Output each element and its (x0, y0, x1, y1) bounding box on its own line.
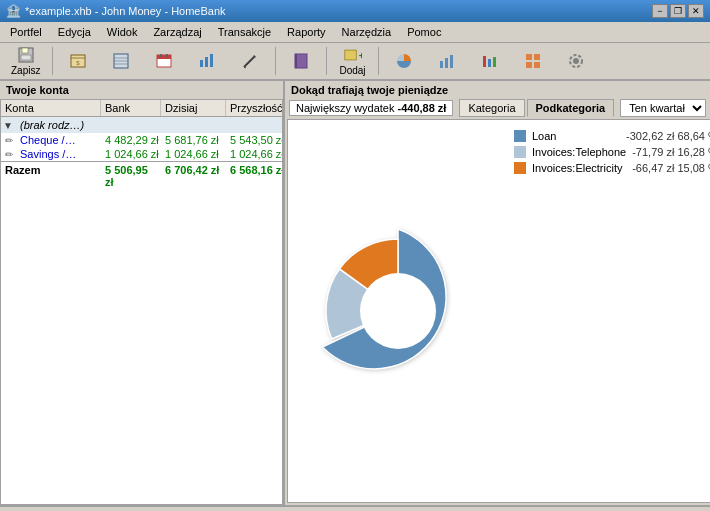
legend-color-telephone (514, 146, 526, 158)
largest-expense-value: -440,88 zł (397, 102, 446, 114)
menu-edycja[interactable]: Edycja (52, 24, 97, 40)
bottom-section: Zaplanowane transakcje Ostateczny termin… (0, 505, 710, 511)
svg-rect-12 (160, 54, 162, 57)
close-button[interactable]: ✕ (688, 4, 704, 18)
savings-today: 1 024,66 zł (161, 147, 226, 161)
calendar-icon (155, 52, 173, 70)
accounts-table: Konta Bank Dzisiaj Przyszłość ▼ (brak ro… (0, 99, 283, 505)
toolbar-btn-4[interactable] (144, 45, 184, 77)
chart-controls: Największy wydatek -440,88 zł Kategoria … (285, 99, 710, 119)
save-button[interactable]: Zapisz (4, 45, 47, 77)
svg-rect-33 (534, 62, 540, 68)
toolbar-settings-btn[interactable] (556, 45, 596, 77)
savings-bank: 1 024,66 zł (101, 147, 161, 161)
svg-rect-30 (526, 54, 532, 60)
savings-edit-icon[interactable]: ✏ (1, 148, 16, 161)
svg-rect-11 (157, 55, 171, 59)
save-icon (17, 46, 35, 64)
accounts-title: Twoje konta (0, 81, 283, 99)
toolbar-separator-1 (52, 47, 53, 75)
col-bank: Bank (101, 100, 161, 116)
add-icon: + (344, 46, 362, 64)
grid-icon (524, 52, 542, 70)
chart-tabs: Kategoria Podkategoria (459, 99, 614, 117)
legend-label-telephone: Invoices:Telephone (532, 146, 626, 158)
total-future: 6 568,16 zł (226, 162, 283, 190)
legend-label-loan: Loan (532, 130, 620, 142)
group-name: (brak rodz…) (16, 117, 283, 133)
svg-rect-28 (488, 59, 491, 67)
account-row-savings: ✏ Savings /… 1 024,66 zł 1 024,66 zł 1 0… (1, 147, 282, 161)
menu-transakcje[interactable]: Transakcje (212, 24, 277, 40)
toolbar-grid-btn[interactable] (513, 45, 553, 77)
pie-icon (395, 52, 413, 70)
col-dzisiaj: Dzisiaj (161, 100, 226, 116)
window-title: *example.xhb - John Money - HomeBank (25, 5, 226, 17)
gear-icon (567, 52, 585, 70)
toolbar-separator-3 (326, 47, 327, 75)
donut-chart (308, 211, 488, 411)
svg-rect-25 (445, 58, 448, 68)
svg-rect-27 (483, 56, 486, 67)
toolbar-btn-3[interactable] (101, 45, 141, 77)
group-collapse-icon[interactable]: ▼ (1, 118, 16, 133)
menu-narzedzia[interactable]: Narzędzia (336, 24, 398, 40)
chart-header: Dokąd trafiają twoje pieniądze (285, 81, 710, 99)
tab-kategoria[interactable]: Kategoria (459, 99, 524, 117)
svg-rect-13 (166, 54, 168, 57)
svg-point-34 (573, 58, 579, 64)
legend-electricity: Invoices:Electricity -66,47 zł 15,08 % (514, 162, 710, 174)
savings-name[interactable]: Savings /… (16, 147, 101, 161)
account-group: ▼ (brak rodz…) (1, 117, 282, 133)
legend-label-electricity: Invoices:Electricity (532, 162, 626, 174)
period-select[interactable]: Ten kwartał (620, 99, 706, 117)
largest-expense-label: Największy wydatek -440,88 zł (289, 100, 453, 116)
bottom-header: Zaplanowane transakcje Ostateczny termin… (0, 507, 710, 511)
toolbar-btn-2[interactable]: $ (58, 45, 98, 77)
menu-portfel[interactable]: Portfel (4, 24, 48, 40)
svg-rect-2 (21, 55, 31, 60)
legend-value-electricity: -66,47 zł 15,08 % (632, 162, 710, 174)
svg-rect-16 (210, 54, 213, 67)
menu-pomoc[interactable]: Pomoc (401, 24, 447, 40)
left-panel: Twoje konta Konta Bank Dzisiaj Przyszłoś… (0, 81, 285, 505)
cheque-name[interactable]: Cheque /… (16, 133, 101, 147)
legend-value-telephone: -71,79 zł 16,28 % (632, 146, 710, 158)
book-icon (292, 52, 310, 70)
toolbar-pie-btn[interactable] (384, 45, 424, 77)
trend-icon (481, 52, 499, 70)
svg-rect-1 (22, 48, 28, 53)
legend-color-electricity (514, 162, 526, 174)
menu-raporty[interactable]: Raporty (281, 24, 332, 40)
menu-zarzadzaj[interactable]: Zarządzaj (147, 24, 207, 40)
cheque-edit-icon[interactable]: ✏ (1, 134, 16, 147)
restore-button[interactable]: ❐ (670, 4, 686, 18)
legend-loan: Loan -302,62 zł 68,64 % (514, 130, 710, 142)
toolbar-btn-5[interactable] (187, 45, 227, 77)
svg-rect-26 (450, 55, 453, 68)
toolbar-trend-btn[interactable] (470, 45, 510, 77)
main-area: Twoje konta Konta Bank Dzisiaj Przyszłoś… (0, 81, 710, 505)
toolbar-btn-book[interactable] (281, 45, 321, 77)
accounts-header: Konta Bank Dzisiaj Przyszłość (1, 100, 282, 117)
svg-line-19 (244, 67, 246, 68)
chart-title: Dokąd trafiają twoje pieniądze (291, 84, 448, 96)
account-row-cheque: ✏ Cheque /… 4 482,29 zł 5 681,76 zł 5 54… (1, 133, 282, 147)
donut-hole (360, 273, 436, 349)
app-icon: 🏦 (6, 4, 21, 18)
toolbar-separator-4 (378, 47, 379, 75)
legend-value-loan: -302,62 zł 68,64 % (626, 130, 710, 142)
svg-rect-31 (534, 54, 540, 60)
cheque-future: 5 543,50 zł (226, 133, 283, 147)
right-panel: Dokąd trafiają twoje pieniądze Największ… (285, 81, 710, 505)
tab-podkategoria[interactable]: Podkategoria (527, 99, 615, 117)
toolbar-bar-btn[interactable] (427, 45, 467, 77)
toolbar-btn-6[interactable] (230, 45, 270, 77)
total-label: Razem (1, 162, 101, 190)
svg-line-17 (244, 56, 255, 67)
title-bar-controls[interactable]: − ❐ ✕ (652, 4, 704, 18)
svg-rect-32 (526, 62, 532, 68)
add-button[interactable]: + Dodaj (332, 45, 372, 77)
menu-widok[interactable]: Widok (101, 24, 144, 40)
minimize-button[interactable]: − (652, 4, 668, 18)
